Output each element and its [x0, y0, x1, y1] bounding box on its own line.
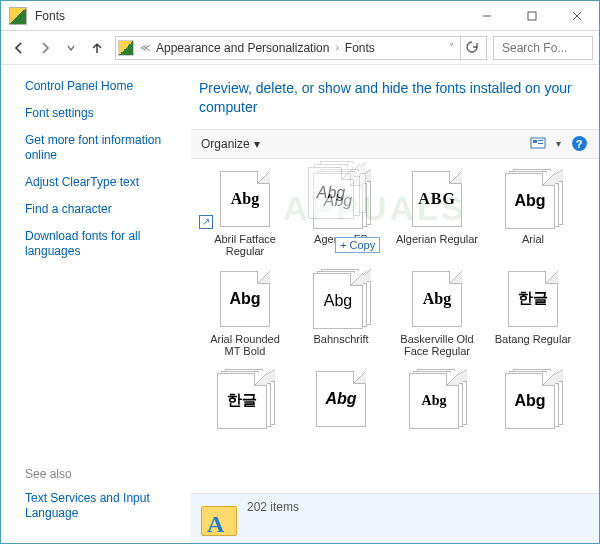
- font-label: Algerian Regular: [396, 233, 478, 259]
- recent-locations-button[interactable]: [59, 36, 83, 60]
- sidebar-link-find-character[interactable]: Find a character: [25, 202, 179, 217]
- help-button[interactable]: ?: [569, 134, 589, 154]
- address-dropdown-button[interactable]: ˅: [447, 42, 456, 53]
- breadcrumb-sep-icon: ≪: [138, 42, 152, 53]
- font-sample: 한글: [217, 373, 267, 429]
- forward-button[interactable]: [33, 36, 57, 60]
- svg-rect-5: [533, 140, 537, 143]
- font-sample: Abg: [316, 371, 366, 427]
- main-panel: Preview, delete, or show and hide the fo…: [191, 65, 599, 543]
- font-thumbnail: Abg: [407, 269, 467, 329]
- font-sample: Abg: [313, 273, 363, 329]
- font-thumbnail: AbgAbgAbg: [407, 369, 467, 429]
- svg-rect-7: [538, 143, 543, 144]
- font-sample: Abg: [505, 173, 555, 229]
- font-item[interactable]: AbgAbgAbgBahnschrift: [295, 267, 387, 361]
- font-thumbnail: AbgAbgAbg: [503, 369, 563, 429]
- font-thumbnail: Abg: [311, 369, 371, 429]
- font-label: Arial Rounded MT Bold: [201, 333, 289, 359]
- font-label: Abril Fatface Regular: [201, 233, 289, 259]
- font-item[interactable]: Abg: [295, 367, 387, 461]
- font-label: Batang Regular: [495, 333, 571, 359]
- breadcrumb-level1[interactable]: Appearance and Personalization: [156, 41, 329, 55]
- svg-rect-6: [538, 140, 543, 141]
- control-panel-home-link[interactable]: Control Panel Home: [25, 79, 179, 94]
- font-thumbnail: AbgAbgAbg: [311, 269, 371, 329]
- sidebar-link-more-info[interactable]: Get more font information online: [25, 133, 179, 163]
- app-icon: [9, 7, 27, 25]
- status-count: 202 items: [247, 500, 299, 514]
- window-title: Fonts: [35, 9, 464, 23]
- organize-label: Organize: [201, 137, 250, 151]
- font-item[interactable]: 한글Batang Regular: [487, 267, 579, 361]
- status-bar: A 202 items: [191, 493, 599, 543]
- sidebar-link-download-fonts[interactable]: Download fonts for all languages: [25, 229, 179, 259]
- shortcut-arrow-icon: ↗: [199, 215, 213, 229]
- chevron-down-icon: ▾: [254, 137, 260, 151]
- font-label: Baskerville Old Face Regular: [393, 333, 481, 359]
- see-also-text-services[interactable]: Text Services and Input Language: [25, 491, 179, 521]
- font-thumbnail: 한글한글한글: [215, 369, 275, 429]
- font-item[interactable]: ABGAlgerian Regular: [391, 167, 483, 261]
- address-bar[interactable]: ≪ Appearance and Personalization › Fonts…: [115, 36, 487, 60]
- minimize-button[interactable]: [464, 1, 509, 30]
- font-item[interactable]: AbgAbgAbg: [487, 367, 579, 461]
- sidebar: Control Panel Home Font settings Get mor…: [1, 65, 191, 543]
- chevron-right-icon[interactable]: ›: [333, 42, 340, 53]
- font-grid-area[interactable]: APPUALS Abg Abg Abg Abg↗Abril Fatface Re…: [191, 159, 599, 493]
- fonts-folder-icon: A: [201, 502, 237, 536]
- font-thumbnail: Abg: [215, 169, 275, 229]
- font-thumbnail: 한글: [503, 269, 563, 329]
- back-button[interactable]: [7, 36, 31, 60]
- font-thumbnail: AbgAbgAbg: [503, 169, 563, 229]
- font-sample: 한글: [508, 271, 558, 327]
- help-icon: ?: [572, 136, 587, 151]
- search-input[interactable]: [500, 40, 586, 56]
- titlebar: Fonts: [1, 1, 599, 31]
- drag-copy-tooltip: + Copy: [335, 237, 380, 253]
- sidebar-link-font-settings[interactable]: Font settings: [25, 106, 179, 121]
- organize-button[interactable]: Organize ▾: [201, 137, 260, 151]
- up-button[interactable]: [85, 36, 109, 60]
- font-sample: Abg: [220, 271, 270, 327]
- view-dropdown-icon[interactable]: ▾: [556, 138, 561, 149]
- font-sample: Abg: [220, 171, 270, 227]
- view-options-button[interactable]: [528, 134, 548, 154]
- font-sample: Abg: [409, 373, 459, 429]
- font-sample: Abg: [412, 271, 462, 327]
- breadcrumb-level2[interactable]: Fonts: [345, 41, 375, 55]
- svg-rect-1: [528, 12, 536, 20]
- font-sample: Abg: [505, 373, 555, 429]
- sidebar-link-cleartype[interactable]: Adjust ClearType text: [25, 175, 179, 190]
- font-label: Arial: [522, 233, 544, 259]
- maximize-button[interactable]: [509, 1, 554, 30]
- font-thumbnail: AbgAbgAbg: [311, 169, 371, 229]
- close-button[interactable]: [554, 1, 599, 30]
- font-item[interactable]: AbgAbgAbgArial: [487, 167, 579, 261]
- see-also-heading: See also: [25, 467, 179, 481]
- toolbar: Organize ▾ ▾ ?: [191, 129, 599, 159]
- font-item[interactable]: AbgAbgAbg: [391, 367, 483, 461]
- font-item[interactable]: AbgAbgAbgAgency FB+ Copy: [295, 167, 387, 261]
- page-title: Preview, delete, or show and hide the fo…: [191, 65, 599, 129]
- font-item[interactable]: 한글한글한글: [199, 367, 291, 461]
- navbar: ≪ Appearance and Personalization › Fonts…: [1, 31, 599, 65]
- font-item[interactable]: AbgArial Rounded MT Bold: [199, 267, 291, 361]
- font-sample: ABG: [412, 171, 462, 227]
- font-item[interactable]: Abg↗Abril Fatface Regular: [199, 167, 291, 261]
- fonts-location-icon: [118, 40, 134, 56]
- font-thumbnail: Abg: [215, 269, 275, 329]
- font-sample: Abg: [313, 173, 363, 229]
- font-thumbnail: ABG: [407, 169, 467, 229]
- font-item[interactable]: AbgBaskerville Old Face Regular: [391, 267, 483, 361]
- font-label: Bahnschrift: [313, 333, 368, 359]
- search-box[interactable]: [493, 36, 593, 60]
- refresh-button[interactable]: [460, 37, 484, 59]
